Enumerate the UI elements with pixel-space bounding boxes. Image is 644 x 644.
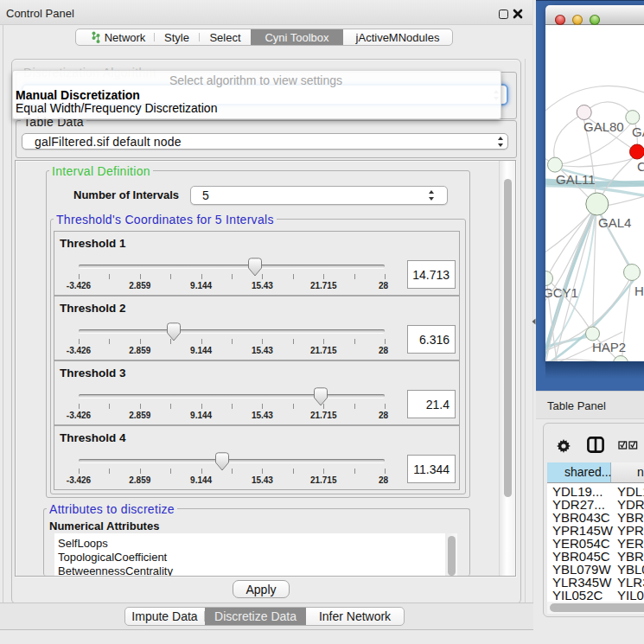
svg-text:HAP2: HAP2	[592, 340, 626, 354]
svg-text:GAL11: GAL11	[556, 172, 596, 187]
svg-text:GA: GA	[632, 124, 644, 139]
svg-text:GAL80: GAL80	[583, 119, 624, 134]
svg-text:GCY1: GCY1	[545, 285, 578, 300]
svg-text:GAL4: GAL4	[598, 215, 631, 230]
svg-text:H: H	[634, 284, 644, 298]
svg-text:C: C	[637, 159, 644, 174]
